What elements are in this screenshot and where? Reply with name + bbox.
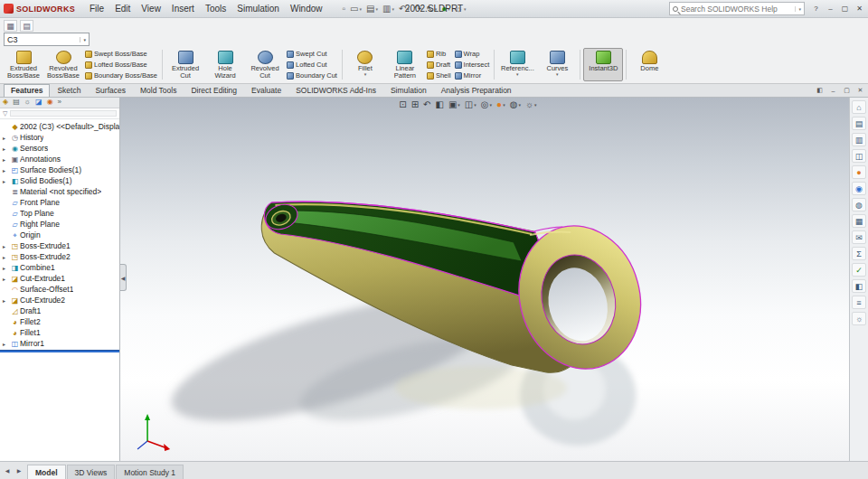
expand-arrow-icon[interactable]: ▸: [3, 167, 10, 174]
menu-edit[interactable]: Edit: [109, 2, 136, 15]
tree-item-fillet2[interactable]: ◕Fillet2: [0, 316, 119, 327]
settings-icon[interactable]: ☼: [852, 312, 866, 325]
tree-item-combine1[interactable]: ▸◨Combine1: [0, 262, 119, 273]
tree-item-solid-bodies[interactable]: ▸◧Solid Bodies(1): [0, 175, 119, 186]
scenes-icon[interactable]: ◉: [852, 182, 866, 195]
swept-cut-button[interactable]: Swept Cut: [285, 49, 339, 59]
view-settings-button[interactable]: ☼▾: [524, 99, 539, 110]
tree-item-front-plane[interactable]: ▱Front Plane: [0, 197, 119, 208]
expand-arrow-icon[interactable]: ▸: [3, 265, 10, 271]
tab-simulation[interactable]: Simulation: [383, 84, 434, 97]
filter-funnel-icon[interactable]: ▽: [3, 110, 7, 117]
graphics-area[interactable]: ⊡ ⊞ ↶ ◧ ▣▾ ◫▾ ◎▾ ●▾ ◍▾ ☼▾: [120, 97, 849, 461]
menu-file[interactable]: File: [84, 2, 109, 15]
boundary-cut-button[interactable]: Boundary Cut: [285, 70, 339, 80]
help-button[interactable]: ?: [809, 2, 823, 14]
tab-features[interactable]: Features: [4, 84, 50, 97]
menu-window[interactable]: Window: [285, 2, 328, 15]
tree-item-boss-extrude2[interactable]: ▸◳Boss-Extrude2: [0, 251, 119, 262]
display-pane-toggle-icon[interactable]: ◧: [814, 85, 826, 96]
dimxpert-manager-tab-icon[interactable]: ◪: [35, 99, 42, 106]
maximize-button[interactable]: ▢: [838, 2, 852, 14]
menu-insert[interactable]: Insert: [166, 2, 200, 15]
fillet-button[interactable]: Fillet ▾: [345, 48, 385, 81]
rib-button[interactable]: Rib: [425, 49, 453, 59]
tab-surfaces[interactable]: Surfaces: [88, 84, 133, 97]
tree-item-history[interactable]: ▸◷History: [0, 132, 119, 143]
intersect-button[interactable]: Intersect: [453, 60, 492, 70]
zoom-area-button[interactable]: ⊞: [410, 99, 420, 110]
configuration-manager-tab-icon[interactable]: ☼: [24, 99, 31, 106]
revolved-boss-button[interactable]: Revolved Boss/Base: [43, 48, 83, 81]
tree-item-top-plane[interactable]: ▱Top Plane: [0, 208, 119, 219]
save-button[interactable]: ▤▾: [364, 4, 380, 14]
tree-item-draft1[interactable]: ◿Draft1: [0, 305, 119, 316]
tab-direct-editing[interactable]: Direct Editing: [184, 84, 244, 97]
expand-arrow-icon[interactable]: ▸: [3, 297, 10, 304]
previous-view-button[interactable]: ↶: [421, 99, 432, 110]
doc-close-button[interactable]: ✕: [854, 85, 866, 96]
instant3d-button[interactable]: Instant3D: [583, 48, 623, 81]
feature-manager-tab-icon[interactable]: ◈: [3, 99, 8, 106]
property-manager-tab-icon[interactable]: ▤: [13, 99, 20, 106]
mirror-button[interactable]: Mirror: [453, 70, 492, 80]
decals-icon[interactable]: ◍: [852, 198, 866, 211]
view-palette-icon[interactable]: ◫: [852, 149, 866, 163]
expand-arrow-icon[interactable]: ▸: [3, 156, 10, 163]
menu-tools[interactable]: Tools: [200, 2, 231, 15]
tab-analysis-preparation[interactable]: Analysis Preparation: [434, 84, 519, 97]
tree-item-cut-extrude1[interactable]: ▸◪Cut-Extrude1: [0, 273, 119, 284]
tree-item-annotations[interactable]: ▸▣Annotations: [0, 154, 119, 164]
expand-arrow-icon[interactable]: ▸: [3, 341, 10, 347]
appearances-icon[interactable]: ●: [852, 165, 866, 179]
task-home-icon[interactable]: ⌂: [852, 100, 866, 114]
expand-arrow-icon[interactable]: ▸: [3, 254, 10, 260]
tab-solidworks-add-ins[interactable]: SOLIDWORKS Add-Ins: [288, 84, 383, 97]
tree-item-origin[interactable]: ⌖Origin: [0, 230, 119, 240]
search-box[interactable]: ▾: [669, 2, 805, 15]
section-tool-icon[interactable]: ◧: [852, 279, 866, 293]
toolbox-icon[interactable]: Σ: [852, 247, 866, 260]
expand-arrow-icon[interactable]: ▸: [3, 146, 10, 152]
reference-geometry-button[interactable]: Referenc... ▾: [497, 48, 537, 81]
measure-icon[interactable]: ≡: [852, 296, 866, 309]
swept-boss-button[interactable]: Swept Boss/Base: [83, 49, 159, 59]
next-tab-button[interactable]: ▶: [14, 465, 24, 476]
motion-study-tab[interactable]: Motion Study 1: [116, 465, 184, 479]
open-button[interactable]: ▭▾: [348, 4, 363, 14]
model-tab[interactable]: Model: [27, 465, 66, 479]
view-orientation-button[interactable]: ▣▾: [447, 99, 462, 110]
tab-evaluate[interactable]: Evaluate: [244, 84, 288, 97]
shell-button[interactable]: Shell: [425, 70, 453, 80]
panel-tabs-overflow-icon[interactable]: »: [58, 99, 61, 106]
doc-minimize-button[interactable]: –: [827, 85, 839, 96]
tree-item-mirror1[interactable]: ▸◫Mirror1: [0, 338, 119, 349]
prev-tab-button[interactable]: ◀: [2, 465, 13, 476]
minimize-button[interactable]: –: [824, 2, 837, 14]
lofted-cut-button[interactable]: Lofted Cut: [285, 60, 339, 70]
forum-icon[interactable]: ✉: [852, 230, 866, 244]
tree-item-surface-bodies[interactable]: ▸◰Surface Bodies(1): [0, 164, 119, 175]
hole-wizard-button[interactable]: Hole Wizard: [205, 48, 245, 81]
linear-pattern-button[interactable]: Linear Pattern: [385, 48, 425, 81]
section-view-button[interactable]: ◧: [433, 99, 445, 110]
search-input[interactable]: [681, 5, 795, 14]
hide-show-items-button[interactable]: ◎▾: [479, 99, 494, 110]
tree-item-right-plane[interactable]: ▱Right Plane: [0, 219, 119, 230]
extruded-boss-button[interactable]: Extruded Boss/Base: [4, 48, 43, 81]
extruded-cut-button[interactable]: Extruded Cut: [165, 48, 205, 81]
expand-arrow-icon[interactable]: ▸: [3, 243, 10, 249]
lofted-boss-button[interactable]: Lofted Boss/Base: [83, 60, 159, 70]
filter-input[interactable]: [10, 110, 117, 117]
tree-item-material[interactable]: ≣Material <not specified>: [0, 186, 119, 197]
subbar-icon-1[interactable]: ▦: [4, 20, 17, 32]
draft-button[interactable]: Draft: [425, 60, 453, 70]
display-pane-icon[interactable]: ▦: [852, 214, 866, 228]
edit-appearance-button[interactable]: ●▾: [495, 99, 507, 110]
new-button[interactable]: ▫: [341, 4, 348, 14]
tree-item-surface-offset1[interactable]: ◠Surface-Offset1: [0, 284, 119, 295]
expand-arrow-icon[interactable]: ▸: [3, 135, 10, 141]
tree-item-sensors[interactable]: ▸◉Sensors: [0, 143, 119, 154]
tree-item-fillet1[interactable]: ◕Fillet1: [0, 327, 119, 338]
revolved-cut-button[interactable]: Revolved Cut: [245, 48, 285, 81]
